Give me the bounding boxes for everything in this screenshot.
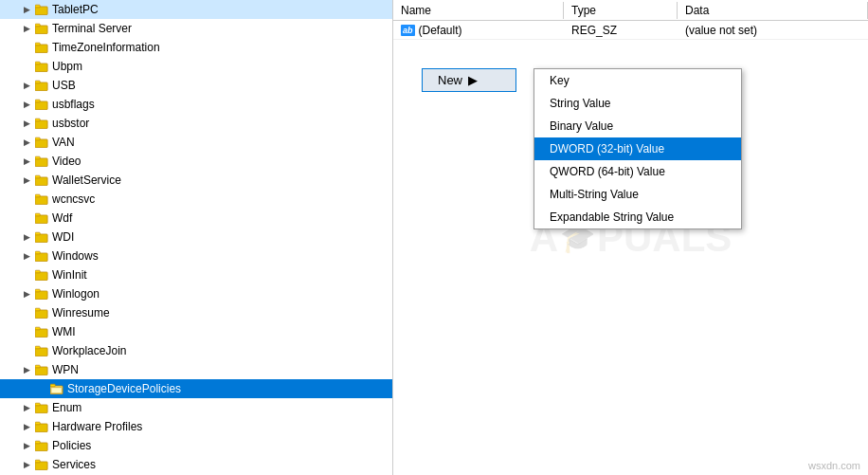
folder-icon-tabletpc — [34, 2, 49, 17]
column-header-name: Name — [393, 2, 564, 19]
tree-label-van: VAN — [52, 133, 75, 152]
folder-icon-wdf — [34, 210, 49, 226]
tree-item-wcncsvc[interactable]: wcncsvc — [0, 190, 392, 209]
tree-item-usb[interactable]: USB — [0, 76, 392, 95]
ctx-item-qword-value[interactable]: QWORD (64-bit) Value — [534, 160, 741, 183]
tree-item-wdi[interactable]: WDI — [0, 228, 392, 247]
tree-item-workplacejoin[interactable]: WorkplaceJoin — [0, 341, 392, 360]
tree-label-usbstor: usbstor — [52, 114, 89, 133]
tree-item-tabletpc[interactable]: TabletPC — [0, 0, 392, 19]
reg-cell-type: REG_SZ — [564, 22, 678, 39]
ab-icon: ab — [401, 25, 415, 36]
expand-arrow-usbstor[interactable] — [19, 116, 34, 131]
tree-item-enum[interactable]: Enum — [0, 398, 392, 417]
svg-rect-28 — [35, 272, 47, 281]
expand-arrow-usb[interactable] — [19, 78, 34, 93]
svg-rect-33 — [35, 308, 40, 311]
tree-item-timezoneinformation[interactable]: TimeZoneInformation — [0, 38, 392, 57]
expand-arrow-usbflags[interactable] — [19, 97, 34, 112]
ctx-item-binary-value[interactable]: Binary Value — [534, 115, 741, 137]
expand-arrow-van[interactable] — [19, 135, 34, 150]
expand-arrow-hardwareprofiles[interactable] — [19, 419, 34, 434]
tree-label-winlogon: Winlogon — [52, 284, 99, 303]
tree-label-workplacejoin: WorkplaceJoin — [52, 341, 126, 360]
tree-item-usbflags[interactable]: usbflags — [0, 95, 392, 114]
svg-rect-0 — [35, 7, 47, 15]
folder-icon-winresume — [34, 305, 49, 320]
svg-rect-32 — [35, 310, 47, 319]
expand-arrow-tabletpc[interactable] — [19, 2, 34, 17]
folder-icon-usbstor — [34, 116, 49, 131]
new-button[interactable]: New ▶ — [422, 68, 516, 92]
svg-rect-4 — [35, 45, 47, 53]
expand-arrow-policies[interactable] — [19, 438, 34, 453]
svg-rect-12 — [35, 120, 47, 129]
svg-rect-23 — [35, 213, 40, 216]
svg-rect-34 — [35, 329, 47, 338]
ctx-item-string-value[interactable]: String Value — [534, 92, 741, 115]
reg-name-label: (Default) — [419, 24, 462, 37]
tree-item-wininit[interactable]: WinInit — [0, 265, 392, 284]
expand-arrow-wdi[interactable] — [19, 229, 34, 245]
tree-item-wpn[interactable]: WPN — [0, 360, 392, 379]
svg-rect-17 — [35, 156, 40, 159]
svg-rect-46 — [35, 422, 40, 425]
tree-item-wmi[interactable]: WMI — [0, 322, 392, 341]
svg-rect-21 — [35, 194, 40, 197]
column-header-data: Data — [678, 2, 868, 19]
expand-arrow-walletservice[interactable] — [19, 173, 34, 188]
registry-row[interactable]: ab (Default) REG_SZ (value not set) — [393, 21, 868, 40]
svg-rect-22 — [35, 215, 47, 224]
tree-label-windows: Windows — [52, 247, 99, 265]
svg-rect-47 — [35, 443, 47, 451]
tree-label-usb: USB — [52, 76, 76, 95]
registry-table-header: Name Type Data — [393, 0, 868, 21]
tree-item-ubpm[interactable]: Ubpm — [0, 57, 392, 76]
ctx-item-dword-value[interactable]: DWORD (32-bit) Value — [534, 137, 741, 160]
svg-rect-30 — [35, 291, 47, 300]
tree-item-van[interactable]: VAN — [0, 133, 392, 152]
tree-item-hardwareprofiles[interactable]: Hardware Profiles — [0, 417, 392, 436]
tree-item-winlogon[interactable]: Winlogon — [0, 284, 392, 303]
folder-icon-workplacejoin — [34, 343, 49, 358]
expand-arrow-video[interactable] — [19, 154, 34, 169]
ctx-item-expandable-string-value[interactable]: Expandable String Value — [534, 206, 741, 228]
svg-rect-27 — [35, 251, 40, 254]
expand-arrow-terminalserver[interactable] — [19, 21, 34, 36]
folder-icon-winlogon — [34, 286, 49, 301]
tree-label-enum: Enum — [52, 398, 81, 417]
ctx-item-multi-string-value[interactable]: Multi-String Value — [534, 183, 741, 206]
tree-item-terminalserver[interactable]: Terminal Server — [0, 19, 392, 38]
svg-rect-2 — [35, 26, 47, 34]
svg-rect-19 — [35, 175, 40, 178]
svg-rect-1 — [35, 5, 40, 8]
svg-rect-8 — [35, 82, 47, 91]
svg-rect-43 — [35, 405, 47, 413]
tree-item-windows[interactable]: Windows — [0, 247, 392, 265]
folder-icon-hardwareprofiles — [34, 419, 49, 434]
svg-rect-35 — [35, 327, 40, 330]
tree-label-video: Video — [52, 152, 81, 171]
svg-rect-42 — [51, 388, 62, 393]
ctx-item-key[interactable]: Key — [534, 69, 741, 92]
tree-item-walletservice[interactable]: WalletService — [0, 171, 392, 190]
tree-item-video[interactable]: Video — [0, 152, 392, 171]
tree-item-winresume[interactable]: Winresume — [0, 303, 392, 322]
tree-label-storagedevicepolicies: StorageDevicePolicies — [67, 379, 181, 398]
svg-rect-15 — [35, 137, 40, 140]
tree-item-policies[interactable]: Policies — [0, 436, 392, 455]
expand-arrow-winlogon[interactable] — [19, 286, 34, 301]
tree-item-usbstor[interactable]: usbstor — [0, 114, 392, 133]
tree-label-wininit: WinInit — [52, 265, 87, 284]
expand-arrow-windows[interactable] — [19, 248, 34, 264]
svg-rect-50 — [35, 460, 40, 463]
folder-icon-video — [34, 154, 49, 169]
tree-item-services[interactable]: Services — [0, 455, 392, 474]
svg-rect-20 — [35, 196, 47, 205]
expand-arrow-wpn[interactable] — [19, 362, 34, 377]
tree-item-storagedevicepolicies[interactable]: StorageDevicePolicies — [0, 379, 392, 398]
tree-item-wdf[interactable]: Wdf — [0, 209, 392, 228]
expand-arrow-enum[interactable] — [19, 400, 34, 415]
svg-rect-31 — [35, 289, 40, 292]
expand-arrow-services[interactable] — [19, 457, 34, 472]
